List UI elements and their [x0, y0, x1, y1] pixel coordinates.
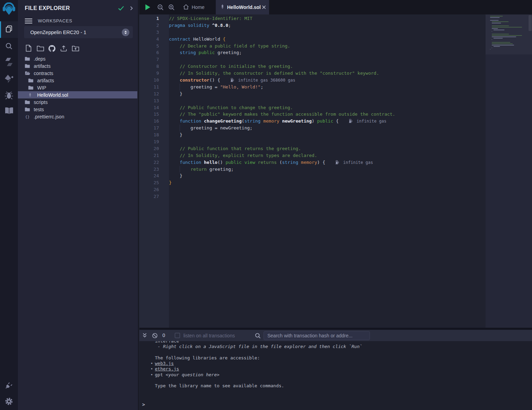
new-folder-icon[interactable] — [36, 44, 45, 52]
folder-icon — [25, 64, 34, 68]
upload-folder-icon[interactable] — [71, 44, 80, 52]
transaction-search-input[interactable] — [264, 331, 370, 340]
tree-item-helloworld-sol[interactable]: HelloWorld.sol — [18, 91, 137, 98]
code-line: // Constructor to initialize the greetin… — [169, 63, 484, 70]
minimap-line — [490, 20, 499, 21]
code-editor[interactable]: 1234567891011121314151617181920212223242… — [139, 14, 532, 328]
tree-item-label: .prettierrc.json — [34, 114, 64, 119]
terminal-link-ethers-js[interactable]: ethers.js — [155, 366, 179, 371]
tree-item-scripts[interactable]: scripts — [18, 98, 137, 106]
minimap[interactable] — [489, 14, 527, 118]
minimap-line — [490, 17, 500, 18]
minimap-line — [492, 21, 509, 22]
listen-transactions-checkbox[interactable] — [175, 333, 180, 338]
zoom-out-icon[interactable] — [157, 4, 164, 12]
line-number: 1 — [139, 15, 169, 22]
solidity-file-icon — [221, 4, 224, 10]
code-line: } — [169, 179, 484, 186]
close-tab-icon[interactable] — [261, 4, 267, 10]
tab-helloworld-sol[interactable]: HelloWorld.sol — [216, 0, 269, 14]
terminal-link-web3-js[interactable]: web3.js — [155, 361, 174, 366]
line-number: 7 — [139, 56, 169, 63]
search-icon — [5, 42, 13, 52]
clone-github-icon[interactable] — [47, 44, 56, 52]
upload-file-icon[interactable] — [59, 44, 68, 52]
code-line: string public greeting; — [169, 49, 484, 56]
deploy-run-icon — [4, 74, 14, 85]
code-line: // Public function to change the greetin… — [169, 104, 484, 111]
sidebar-item-file-explorer[interactable] — [0, 21, 18, 38]
file-tree: .depsartifactscontractsartifactsWIPHello… — [18, 55, 137, 120]
minimap-line — [492, 28, 498, 29]
tree-item-wip[interactable]: WIP — [18, 84, 137, 91]
tree-item-label: tests — [34, 107, 44, 112]
folder-icon — [25, 56, 34, 61]
tree-item-label: scripts — [34, 99, 47, 105]
terminal-prompt[interactable]: > — [142, 402, 145, 407]
workspaces-label: WORKSPACES — [38, 18, 72, 23]
line-number: 4 — [139, 36, 169, 43]
minimap-line — [492, 36, 516, 37]
terminal-line: web3.js — [139, 361, 532, 366]
terminal-line: gpt <your question here> — [139, 372, 532, 378]
braces-icon: {} — [25, 114, 34, 119]
tree-item-deps[interactable]: .deps — [18, 55, 137, 62]
new-file-icon[interactable] — [24, 44, 33, 52]
code-line — [169, 56, 484, 63]
line-number: 16 — [139, 118, 169, 125]
line-number: 26 — [139, 186, 169, 193]
code-line: constructor() { infinite gas 368600 gas — [169, 77, 484, 84]
line-number: 27 — [139, 193, 169, 200]
tree-item-prettierrc-json[interactable]: {}.prettierrc.json — [18, 113, 137, 120]
indent-guide — [180, 166, 180, 173]
minimap-line — [492, 27, 522, 28]
sidebar-item-settings[interactable] — [0, 396, 18, 408]
code-line — [169, 97, 484, 104]
sort-arrows-icon — [122, 29, 129, 36]
tree-item-artifacts[interactable]: artifacts — [18, 77, 137, 84]
clear-console-icon[interactable] — [152, 333, 158, 340]
terminal-line: - Right click on a JavaScript file in th… — [139, 344, 532, 349]
tab-file-label: HelloWorld.sol — [227, 4, 261, 10]
check-icon[interactable] — [118, 6, 124, 11]
plug-icon — [5, 381, 13, 391]
line-number: 12 — [139, 91, 169, 97]
tab-home[interactable]: Home — [179, 0, 209, 14]
sidebar-item-solidity-compiler[interactable] — [0, 57, 18, 68]
terminal-output[interactable]: interface- Right click on a JavaScript f… — [139, 341, 532, 410]
run-script-button[interactable] — [145, 4, 151, 12]
line-number: 17 — [139, 125, 169, 132]
file-explorer-header: FILE EXPLORER — [25, 4, 133, 12]
folder-icon — [28, 78, 37, 83]
code-line: contract HelloWorld { — [169, 36, 484, 43]
code-line: greeting = "Hello, World!"; — [169, 84, 484, 91]
file-explorer-panel: FILE EXPLORER WORKSPACES OpenZeppelin ER… — [18, 0, 139, 410]
icon-sidebar — [0, 0, 18, 410]
tree-item-artifacts[interactable]: artifacts — [18, 62, 137, 70]
file-actions-toolbar — [24, 44, 80, 52]
remix-ide-window: FILE EXPLORER WORKSPACES OpenZeppelin ER… — [0, 0, 532, 410]
chevron-right-icon[interactable] — [130, 6, 133, 11]
editor-scrollbar-thumb[interactable] — [529, 15, 532, 31]
tree-item-label: artifacts — [37, 78, 54, 83]
sidebar-item-learneth[interactable] — [0, 105, 18, 117]
solidity-compiler-icon — [5, 57, 13, 68]
tree-item-contracts[interactable]: contracts — [18, 70, 137, 77]
sidebar-item-debugger[interactable] — [0, 90, 18, 102]
sidebar-item-deploy-and-run[interactable] — [0, 74, 18, 85]
pending-tx-count: 0 — [162, 333, 165, 338]
folder-icon — [28, 85, 37, 90]
workspaces-menu-icon[interactable] — [25, 17, 32, 25]
tree-item-tests[interactable]: tests — [18, 106, 137, 113]
bug-icon — [4, 91, 13, 101]
minimap-line — [490, 49, 490, 50]
remix-logo[interactable] — [0, 2, 18, 19]
minimap-line — [492, 39, 492, 40]
minimap-line — [492, 23, 501, 23]
expand-terminal-icon[interactable] — [142, 333, 147, 339]
zoom-in-icon[interactable] — [168, 4, 175, 12]
sidebar-item-search[interactable] — [0, 41, 18, 52]
workspace-select[interactable]: OpenZeppelin ERC20 - 1 — [24, 26, 133, 38]
solidity-file-icon — [28, 93, 37, 97]
sidebar-item-plugin-manager[interactable] — [0, 379, 18, 392]
